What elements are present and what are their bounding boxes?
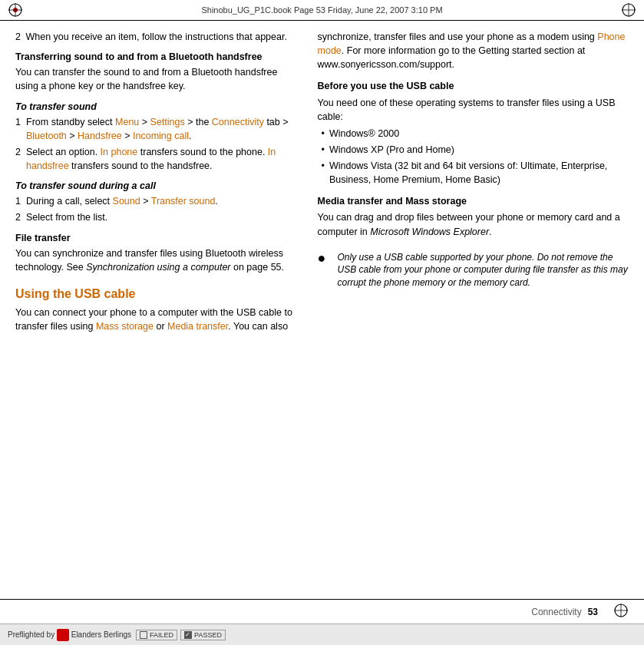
transfer-during-call-heading: To transfer sound during a call: [15, 179, 299, 193]
note-text: Only use a USB cable supported by your p…: [338, 251, 629, 289]
elanders-icon: [57, 629, 69, 641]
right-column: synchronize, transfer files and use your…: [310, 30, 629, 612]
left-column: 2 When you receive an item, follow the i…: [15, 30, 310, 612]
before-usb-body: You need one of these operating systems …: [318, 96, 629, 124]
failed-status: FAILED: [136, 630, 177, 640]
step2-intro: 2 When you receive an item, follow the i…: [15, 30, 299, 44]
header-text: Shinobu_UG_P1C.book Page 53 Friday, June…: [23, 5, 621, 15]
call-step-2: 2 Select from the list.: [15, 210, 299, 224]
os-item-1: Windows® 2000: [322, 127, 629, 141]
bluetooth-handsfree-body: You can transfer the sound to and from a…: [15, 65, 299, 93]
failed-checkbox: [140, 631, 147, 639]
header-bar: Shinobu_UG_P1C.book Page 53 Friday, June…: [0, 0, 644, 21]
preflight-text: Preflighted by: [8, 630, 54, 639]
file-transfer-heading: File transfer: [15, 231, 299, 245]
transfer-step-1: 1 From standby select Menu > Settings > …: [15, 115, 299, 143]
transfer-call-steps: 1 During a call, select Sound > Transfer…: [15, 194, 299, 224]
reg-mark-top-right: [621, 2, 636, 18]
reg-mark-bottom-right: [613, 603, 629, 620]
note-box: ● Only use a USB cable supported by your…: [318, 246, 629, 297]
main-content: 2 When you receive an item, follow the i…: [0, 21, 644, 620]
footer-label: Connectivity: [531, 607, 581, 617]
before-usb-heading: Before you use the USB cable: [318, 79, 629, 93]
bottom-bar: Preflighted by Elanders Berlings FAILED …: [0, 624, 644, 645]
passed-status: PASSED: [180, 630, 226, 640]
sync-intro: synchronize, transfer files and use your…: [318, 30, 629, 71]
media-transfer-body: You can drag and drop files between your…: [318, 210, 629, 238]
usb-cable-heading: Using the USB cable: [15, 285, 299, 303]
footer: Connectivity 53: [0, 599, 644, 624]
transfer-step-2: 2 Select an option. In phone transfers s…: [15, 145, 299, 173]
media-transfer-heading: Media transfer and Mass storage: [318, 194, 629, 208]
passed-label: PASSED: [194, 631, 222, 639]
to-transfer-sound-heading: To transfer sound: [15, 100, 299, 114]
transfer-sound-steps: 1 From standby select Menu > Settings > …: [15, 115, 299, 174]
file-transfer-body: You can synchronize and transfer files u…: [15, 246, 299, 274]
reg-mark-top-left: [8, 2, 23, 18]
step-number-2: 2: [15, 31, 21, 42]
usb-body: You can connect your phone to a computer…: [15, 306, 299, 333]
bluetooth-handsfree-heading: Transferring sound to and from a Bluetoo…: [15, 50, 299, 64]
call-step-1: 1 During a call, select Sound > Transfer…: [15, 194, 299, 208]
os-list: Windows® 2000 Windows XP (Pro and Home) …: [322, 127, 629, 187]
note-icon: ●: [318, 251, 333, 265]
failed-label: FAILED: [150, 631, 173, 639]
company-name: Elanders Berlings: [71, 630, 131, 639]
os-item-2: Windows XP (Pro and Home): [322, 143, 629, 157]
os-item-3: Windows Vista (32 bit and 64 bit version…: [322, 159, 629, 187]
passed-checkbox: [184, 631, 192, 639]
footer-page-num: 53: [588, 607, 598, 617]
